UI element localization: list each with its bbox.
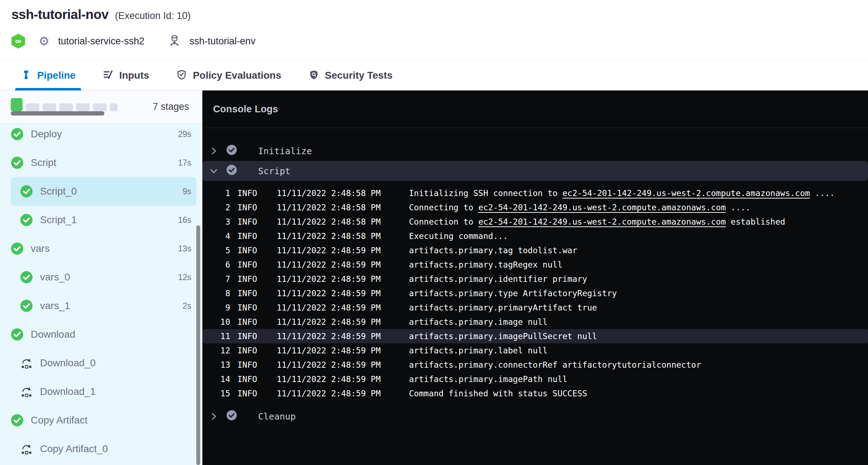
stage-list: Deploy 29s Script 17s: [0, 90, 201, 463]
step-success-icon: [226, 410, 237, 423]
log-level: INFO: [237, 375, 277, 384]
stage-label: Script_0: [40, 186, 77, 197]
stage-success-icon: [20, 185, 33, 198]
minimap-segment[interactable]: [26, 103, 39, 111]
log-host-link[interactable]: ec2-54-201-142-249.us-west-2.compute.ama…: [478, 217, 726, 226]
log-timestamp: 11/11/2022 2:48:58 PM: [277, 217, 409, 226]
log-message-text: Executing command...: [409, 231, 508, 241]
stage-label: Script: [31, 157, 56, 168]
tab-pipeline[interactable]: Pipeline: [21, 60, 75, 90]
log-section-script[interactable]: Script: [202, 161, 868, 181]
log-timestamp: 11/11/2022 2:48:59 PM: [277, 346, 409, 355]
sidebar-scrollbar[interactable]: [196, 225, 200, 465]
step-success-icon: [226, 164, 237, 178]
stages-sidebar: Deploy 29s Script 17s: [0, 90, 201, 465]
log-timestamp: 11/11/2022 2:48:59 PM: [277, 260, 409, 269]
stage-row[interactable]: Script 17s: [11, 148, 196, 177]
log-timestamp: 11/11/2022 2:48:58 PM: [277, 189, 409, 198]
environment-name: ssh-tutorial-env: [189, 36, 256, 47]
log-line: 4 INFO 11/11/2022 2:48:58 PM Executing c…: [202, 229, 868, 243]
tab-policy-evaluations[interactable]: Policy Evaluations: [176, 60, 281, 90]
tab-inputs[interactable]: Inputs: [103, 60, 149, 90]
stage-row[interactable]: Script_1 16s: [11, 206, 196, 234]
log-level: INFO: [237, 246, 277, 255]
log-line-number: 2: [202, 203, 230, 212]
minimap-segment[interactable]: [59, 103, 73, 111]
stage-row[interactable]: vars_0 12s: [11, 263, 196, 292]
log-line-number: 10: [202, 317, 230, 327]
log-message-text: artifacts.primary.imagePullSecret null: [409, 332, 597, 341]
stage-row[interactable]: Deploy 29s: [11, 120, 196, 148]
stage-label: vars_0: [40, 271, 70, 283]
log-line: 15 INFO 11/11/2022 2:48:59 PM Command fi…: [202, 386, 868, 401]
log-line-number: 14: [202, 375, 230, 384]
log-message: artifacts.primary.connectorRef artifacto…: [409, 360, 701, 369]
log-message-text: artifacts.primary.tag todolist.war: [409, 246, 577, 255]
log-section-cleanup[interactable]: Cleanup: [202, 406, 868, 426]
stage-duration: 17s: [178, 158, 191, 168]
stage-minimap[interactable]: [11, 98, 118, 116]
log-line: 10 INFO 11/11/2022 2:48:59 PM artifacts.…: [202, 315, 868, 329]
page-title: ssh-tutorial-nov: [11, 7, 109, 22]
log-message: artifacts.primary.imagePullSecret null: [409, 332, 597, 341]
app-root: ssh-tutorial-nov (Execution Id: 10) ∞ ⚙ …: [0, 0, 868, 465]
log-level: INFO: [237, 289, 277, 298]
log-host-link[interactable]: ec2-54-201-142-249.us-west-2.compute.ama…: [478, 203, 726, 212]
stage-row[interactable]: Download_1: [11, 377, 196, 406]
log-message-text: Connection to: [409, 217, 478, 226]
stage-duration: 9s: [183, 187, 191, 196]
log-message: Executing command...: [409, 231, 508, 241]
step-success-icon: [226, 144, 237, 158]
log-level: INFO: [237, 203, 277, 212]
log-line-number: 9: [202, 303, 230, 312]
minimap-segment[interactable]: [93, 103, 107, 111]
stage-row[interactable]: Script_0 9s: [11, 177, 196, 206]
log-message-text: established: [726, 217, 785, 226]
log-timestamp: 11/11/2022 2:48:59 PM: [277, 375, 409, 384]
stage-row[interactable]: Download: [11, 320, 196, 349]
tab-security-tests-label: Security Tests: [325, 70, 393, 81]
tab-security-tests[interactable]: Security Tests: [309, 60, 393, 90]
stage-label: vars: [31, 243, 50, 254]
tab-inputs-label: Inputs: [119, 70, 149, 81]
minimap-segment[interactable]: [76, 103, 90, 111]
log-lines: 1 INFO 11/11/2022 2:48:58 PM Initializin…: [202, 186, 868, 401]
meta-row: ∞ ⚙ tutorial-service-ssh2 ssh-tutorial-e…: [11, 34, 256, 49]
log-section-initialize[interactable]: Initialize: [202, 141, 868, 161]
log-line-number: 13: [202, 360, 230, 369]
log-line-number: 1: [202, 189, 230, 198]
log-message: artifacts.primary.tag todolist.war: [409, 246, 577, 255]
stage-row[interactable]: vars 13s: [11, 234, 196, 263]
log-message: artifacts.primary.label null: [409, 346, 548, 355]
log-message-text: ....: [726, 203, 750, 212]
stage-loop-icon: [20, 357, 33, 369]
log-line: 12 INFO 11/11/2022 2:48:59 PM artifacts.…: [202, 343, 868, 358]
log-line-number: 7: [202, 274, 230, 284]
stage-label: Download_1: [40, 386, 96, 397]
log-host-link[interactable]: ec2-54-201-142-249.us-west-2.compute.ama…: [562, 189, 810, 198]
log-message-text: artifacts.primary.tagRegex null: [409, 260, 562, 269]
stage-row[interactable]: Download_0: [11, 349, 196, 377]
minimap-segment[interactable]: [11, 98, 23, 111]
stage-success-icon: [20, 214, 33, 226]
log-message-text: artifacts.primary.image null: [409, 317, 548, 327]
stage-row[interactable]: vars_1 2s: [11, 292, 196, 320]
log-message-text: Command finished with status SUCCESS: [409, 389, 587, 398]
stage-row[interactable]: Copy Artifact: [11, 406, 196, 435]
log-line: 13 INFO 11/11/2022 2:48:59 PM artifacts.…: [202, 358, 868, 372]
log-level: INFO: [237, 231, 277, 241]
minimap-scrollbar[interactable]: [11, 111, 104, 116]
stage-row[interactable]: Copy Artifact_0: [11, 435, 196, 463]
log-message: artifacts.primary.type ArtifactoryRegist…: [409, 289, 617, 298]
log-line: 9 INFO 11/11/2022 2:48:59 PM artifacts.p…: [202, 300, 868, 315]
log-timestamp: 11/11/2022 2:48:59 PM: [277, 303, 409, 312]
tab-pipeline-label: Pipeline: [37, 70, 75, 81]
log-line: 3 INFO 11/11/2022 2:48:58 PM Connection …: [202, 215, 868, 229]
log-message-text: Initializing SSH connection to: [409, 189, 562, 198]
inputs-icon: [103, 69, 113, 82]
minimap-segment[interactable]: [43, 103, 56, 111]
log-level: INFO: [237, 360, 277, 369]
stage-label: Deploy: [31, 128, 62, 140]
minimap-segment[interactable]: [110, 103, 118, 111]
log-message-text: artifacts.primary.label null: [409, 346, 548, 355]
